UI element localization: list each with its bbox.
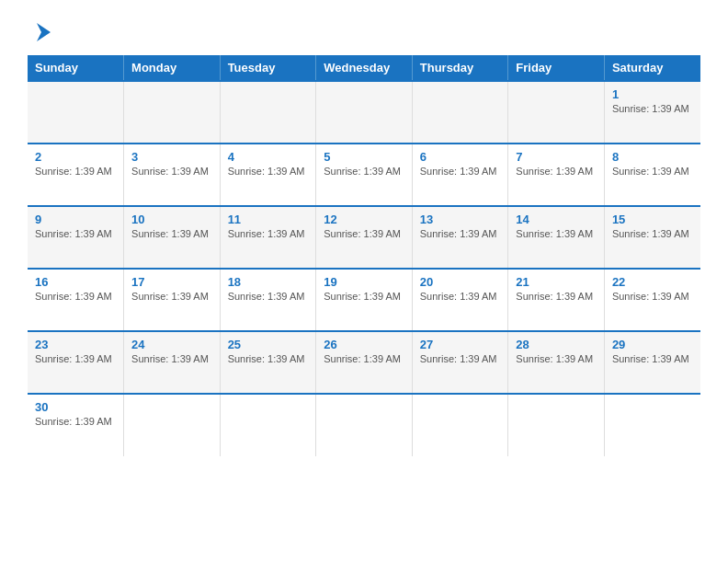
calendar-week-row: 30Sunrise: 1:39 AM bbox=[28, 394, 700, 456]
logo-bird-icon bbox=[28, 18, 55, 46]
calendar-cell bbox=[28, 81, 124, 144]
day-sunrise-info: Sunrise: 1:39 AM bbox=[131, 291, 212, 302]
weekday-header-friday: Friday bbox=[508, 55, 605, 81]
day-number: 1 bbox=[612, 87, 693, 101]
day-sunrise-info: Sunrise: 1:39 AM bbox=[324, 166, 404, 177]
calendar-cell: 22Sunrise: 1:39 AM bbox=[604, 269, 700, 331]
day-sunrise-info: Sunrise: 1:39 AM bbox=[35, 353, 116, 364]
day-sunrise-info: Sunrise: 1:39 AM bbox=[420, 353, 501, 364]
day-number: 4 bbox=[228, 150, 309, 164]
day-sunrise-info: Sunrise: 1:39 AM bbox=[131, 166, 212, 177]
day-number: 14 bbox=[516, 213, 597, 226]
day-number: 7 bbox=[516, 150, 597, 164]
day-sunrise-info: Sunrise: 1:39 AM bbox=[228, 291, 309, 302]
weekday-header-sunday: Sunday bbox=[28, 55, 124, 81]
day-number: 12 bbox=[324, 213, 404, 226]
day-number: 16 bbox=[35, 275, 116, 289]
day-sunrise-info: Sunrise: 1:39 AM bbox=[228, 228, 309, 239]
day-sunrise-info: Sunrise: 1:39 AM bbox=[612, 103, 693, 114]
day-sunrise-info: Sunrise: 1:39 AM bbox=[131, 353, 212, 364]
calendar-cell: 3Sunrise: 1:39 AM bbox=[124, 144, 221, 206]
calendar-cell: 14Sunrise: 1:39 AM bbox=[508, 206, 605, 269]
day-number: 15 bbox=[612, 213, 693, 226]
day-number: 30 bbox=[35, 400, 116, 414]
day-sunrise-info: Sunrise: 1:39 AM bbox=[324, 291, 404, 302]
day-number: 28 bbox=[516, 338, 597, 351]
day-sunrise-info: Sunrise: 1:39 AM bbox=[516, 291, 597, 302]
calendar-week-row: 23Sunrise: 1:39 AM24Sunrise: 1:39 AM25Su… bbox=[28, 331, 700, 394]
day-sunrise-info: Sunrise: 1:39 AM bbox=[324, 353, 404, 364]
calendar-table: SundayMondayTuesdayWednesdayThursdayFrid… bbox=[28, 55, 700, 456]
calendar-cell: 9Sunrise: 1:39 AM bbox=[28, 206, 124, 269]
calendar-week-row: 2Sunrise: 1:39 AM3Sunrise: 1:39 AM4Sunri… bbox=[28, 144, 700, 206]
day-number: 27 bbox=[420, 338, 501, 351]
day-number: 8 bbox=[612, 150, 693, 164]
calendar-cell: 4Sunrise: 1:39 AM bbox=[220, 144, 316, 206]
calendar-cell: 1Sunrise: 1:39 AM bbox=[604, 81, 700, 144]
calendar-cell: 25Sunrise: 1:39 AM bbox=[220, 331, 316, 394]
day-number: 11 bbox=[228, 213, 309, 226]
day-sunrise-info: Sunrise: 1:39 AM bbox=[612, 228, 693, 239]
weekday-header-thursday: Thursday bbox=[412, 55, 508, 81]
day-sunrise-info: Sunrise: 1:39 AM bbox=[131, 228, 212, 239]
day-sunrise-info: Sunrise: 1:39 AM bbox=[35, 166, 116, 177]
calendar-cell: 28Sunrise: 1:39 AM bbox=[508, 331, 605, 394]
calendar-cell bbox=[412, 394, 508, 456]
weekday-header-monday: Monday bbox=[124, 55, 221, 81]
day-number: 17 bbox=[131, 275, 212, 289]
calendar-cell: 7Sunrise: 1:39 AM bbox=[508, 144, 605, 206]
day-number: 23 bbox=[35, 338, 116, 351]
day-sunrise-info: Sunrise: 1:39 AM bbox=[420, 291, 501, 302]
day-number: 24 bbox=[131, 338, 212, 351]
day-sunrise-info: Sunrise: 1:39 AM bbox=[420, 228, 501, 239]
calendar-cell bbox=[124, 81, 221, 144]
day-number: 6 bbox=[420, 150, 501, 164]
day-number: 3 bbox=[131, 150, 212, 164]
calendar-cell bbox=[220, 394, 316, 456]
calendar-week-row: 9Sunrise: 1:39 AM10Sunrise: 1:39 AM11Sun… bbox=[28, 206, 700, 269]
calendar-cell: 29Sunrise: 1:39 AM bbox=[604, 331, 700, 394]
calendar-cell: 19Sunrise: 1:39 AM bbox=[316, 269, 413, 331]
calendar-cell: 11Sunrise: 1:39 AM bbox=[220, 206, 316, 269]
calendar-cell: 10Sunrise: 1:39 AM bbox=[124, 206, 221, 269]
calendar-cell bbox=[412, 81, 508, 144]
day-sunrise-info: Sunrise: 1:39 AM bbox=[228, 166, 309, 177]
day-number: 29 bbox=[612, 338, 693, 351]
day-sunrise-info: Sunrise: 1:39 AM bbox=[612, 291, 693, 302]
calendar-cell bbox=[508, 394, 605, 456]
calendar-cell: 5Sunrise: 1:39 AM bbox=[316, 144, 413, 206]
calendar-cell: 30Sunrise: 1:39 AM bbox=[28, 394, 124, 456]
day-number: 25 bbox=[228, 338, 309, 351]
day-sunrise-info: Sunrise: 1:39 AM bbox=[35, 416, 116, 427]
day-sunrise-info: Sunrise: 1:39 AM bbox=[612, 166, 693, 177]
calendar-cell: 18Sunrise: 1:39 AM bbox=[220, 269, 316, 331]
day-number: 21 bbox=[516, 275, 597, 289]
calendar-cell: 2Sunrise: 1:39 AM bbox=[28, 144, 124, 206]
calendar-cell bbox=[508, 81, 605, 144]
day-number: 22 bbox=[612, 275, 693, 289]
day-number: 19 bbox=[324, 275, 404, 289]
day-number: 10 bbox=[131, 213, 212, 226]
calendar-cell bbox=[604, 394, 700, 456]
day-sunrise-info: Sunrise: 1:39 AM bbox=[35, 291, 116, 302]
calendar-cell: 8Sunrise: 1:39 AM bbox=[604, 144, 700, 206]
calendar-cell: 20Sunrise: 1:39 AM bbox=[412, 269, 508, 331]
day-sunrise-info: Sunrise: 1:39 AM bbox=[516, 166, 597, 177]
calendar-cell bbox=[316, 394, 413, 456]
calendar-cell: 27Sunrise: 1:39 AM bbox=[412, 331, 508, 394]
day-sunrise-info: Sunrise: 1:39 AM bbox=[420, 166, 501, 177]
calendar-week-row: 1Sunrise: 1:39 AM bbox=[28, 81, 700, 144]
day-number: 5 bbox=[324, 150, 404, 164]
calendar-cell bbox=[124, 394, 221, 456]
day-number: 13 bbox=[420, 213, 501, 226]
calendar-cell: 15Sunrise: 1:39 AM bbox=[604, 206, 700, 269]
weekday-header-row: SundayMondayTuesdayWednesdayThursdayFrid… bbox=[28, 55, 700, 81]
calendar-cell: 24Sunrise: 1:39 AM bbox=[124, 331, 221, 394]
day-number: 18 bbox=[228, 275, 309, 289]
calendar-cell: 23Sunrise: 1:39 AM bbox=[28, 331, 124, 394]
weekday-header-tuesday: Tuesday bbox=[220, 55, 316, 81]
day-number: 26 bbox=[324, 338, 404, 351]
calendar-cell: 17Sunrise: 1:39 AM bbox=[124, 269, 221, 331]
day-sunrise-info: Sunrise: 1:39 AM bbox=[35, 228, 116, 239]
day-sunrise-info: Sunrise: 1:39 AM bbox=[516, 353, 597, 364]
